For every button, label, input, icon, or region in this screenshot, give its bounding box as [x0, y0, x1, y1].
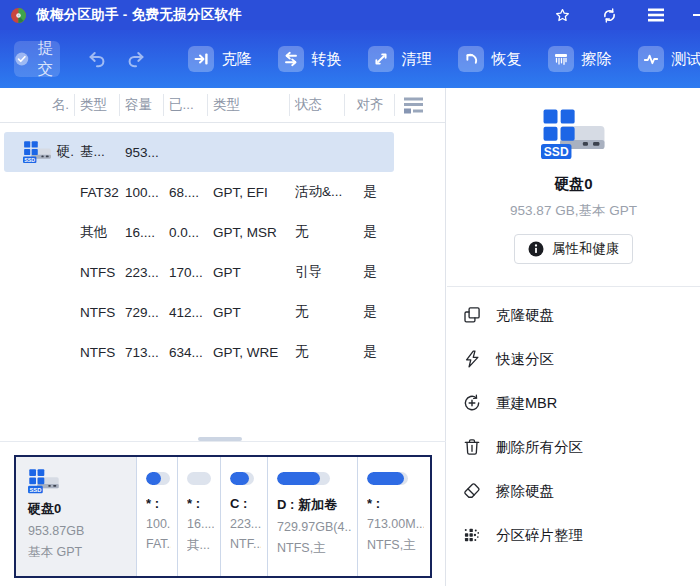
table-body: SSD 硬. 基... 953... FAT32 100... 68.... G… [0, 123, 445, 372]
window-title: 傲梅分区助手 - 免费无损分区软件 [36, 6, 242, 24]
table-row-partition[interactable]: NTFS 223... 170... GPT 引导 是 [4, 252, 394, 292]
table-row-partition[interactable]: 其他 16.... 0.0... GPT, MSR 无 是 [4, 212, 394, 252]
menu-item-rebuild-mbr[interactable]: 重建MBR [447, 381, 700, 425]
action-recover[interactable]: 恢复 [445, 46, 535, 72]
redo-icon[interactable] [125, 48, 147, 70]
info-icon [528, 241, 544, 257]
table-header: 名. 类型 容量 已... 类型 状态 对齐 [0, 88, 445, 123]
action-label: 清理 [402, 50, 432, 69]
disk-type: 基本 GPT [28, 544, 130, 561]
row-capacity: 16.... [120, 225, 164, 240]
column-layout-icon[interactable] [395, 88, 445, 122]
test-icon [638, 46, 664, 72]
table-row-partition[interactable]: NTFS 713... 634... GPT, WRE 无 是 [4, 332, 394, 372]
column-header-status[interactable]: 状态 [290, 88, 345, 122]
usage-bar [367, 472, 408, 485]
row-status: 无 [290, 343, 345, 361]
row-name: 硬. [57, 143, 74, 161]
partition-block-1[interactable]: * : 100... FAT... [136, 457, 177, 576]
usage-bar [230, 472, 254, 485]
action-test[interactable]: 测试 [625, 46, 700, 72]
clone-disk-icon [462, 305, 482, 325]
cleanup-icon [368, 46, 394, 72]
action-wipe[interactable]: 擦除 [535, 46, 625, 72]
submit-button[interactable]: 提交 [14, 41, 60, 77]
row-type: NTFS [75, 305, 120, 320]
delete-all-partitions-icon [462, 437, 482, 457]
row-status: 无 [290, 223, 345, 241]
undo-icon[interactable] [86, 48, 108, 70]
app-logo-icon [10, 7, 27, 24]
defragment-icon [462, 525, 482, 545]
column-header-used[interactable]: 已... [164, 88, 208, 122]
favorite-star-icon[interactable] [552, 5, 572, 25]
usage-bar [146, 472, 170, 485]
menu-item-quick-partition[interactable]: 快速分区 [447, 337, 700, 381]
menu-icon[interactable] [646, 5, 666, 25]
usage-bar [187, 472, 211, 485]
menu-item-defragment[interactable]: 分区碎片整理 [447, 513, 700, 557]
partition-table-pane: 名. 类型 容量 已... 类型 状态 对齐 [0, 88, 446, 586]
row-status: 无 [290, 303, 345, 321]
partition-block-3[interactable]: C : 223.... NTF... [220, 457, 267, 576]
table-row-disk0[interactable]: SSD 硬. 基... 953... [4, 132, 394, 172]
row-aligned: 是 [345, 223, 395, 241]
disk-actions-menu: 克隆硬盘 快速分区 重建MBR [447, 287, 700, 557]
row-type: 其他 [75, 223, 120, 241]
row-used: 170... [164, 265, 208, 280]
minimize-icon[interactable] [693, 5, 700, 25]
row-used: 0.0... [164, 225, 208, 240]
action-label: 恢复 [492, 50, 522, 69]
horizontal-scrollbar-thumb[interactable] [198, 437, 242, 441]
action-clone[interactable]: 克隆 [175, 46, 265, 72]
row-type: FAT32 [75, 185, 120, 200]
partition-block-5[interactable]: * : 713.00M... NTFS,主 [357, 457, 430, 576]
row-ptype: GPT, WRE [208, 345, 290, 360]
disk-map-disk0[interactable]: SSD 硬盘0 953.87GB 基本 GPT [16, 457, 136, 576]
column-header-ptype[interactable]: 类型 [208, 88, 290, 122]
usage-bar [277, 472, 330, 485]
row-ptype: GPT, MSR [208, 225, 290, 240]
menu-item-delete-all-partitions[interactable]: 删除所有分区 [447, 425, 700, 469]
row-ptype: GPT [208, 265, 290, 280]
column-header-name[interactable]: 名. [0, 88, 75, 122]
action-convert[interactable]: 转换 [265, 46, 355, 72]
partition-block-2[interactable]: * : 16.... 其... [177, 457, 220, 576]
column-header-fstype[interactable]: 类型 [75, 88, 120, 122]
convert-icon [278, 46, 304, 72]
table-row-partition[interactable]: NTFS 729... 412... GPT 无 是 [4, 292, 394, 332]
row-capacity: 729... [120, 305, 164, 320]
column-header-aligned[interactable]: 对齐 [345, 88, 395, 122]
row-aligned: 是 [345, 183, 395, 201]
menu-item-clone-disk[interactable]: 克隆硬盘 [447, 293, 700, 337]
app-window: 傲梅分区助手 - 免费无损分区软件 [0, 0, 700, 586]
row-used: 412... [164, 305, 208, 320]
row-type: NTFS [75, 345, 120, 360]
titlebar: 傲梅分区助手 - 免费无损分区软件 [0, 0, 700, 30]
partition-block-4[interactable]: D : 新加卷 729.97GB(4... NTFS,主 [267, 457, 357, 576]
action-cleanup[interactable]: 清理 [355, 46, 445, 72]
svg-text:SSD: SSD [29, 487, 41, 493]
row-status: 活动&... [290, 183, 345, 201]
table-row-partition[interactable]: FAT32 100... 68.... GPT, EFI 活动&... 是 [4, 172, 394, 212]
menu-item-wipe-disk[interactable]: 擦除硬盘 [447, 469, 700, 513]
row-capacity: 100... [120, 185, 164, 200]
row-type: 基... [75, 143, 120, 161]
disk-subtitle: 953.87 GB,基本 GPT [447, 202, 700, 220]
check-circle-icon [14, 48, 30, 70]
wipe-disk-icon [462, 481, 482, 501]
properties-health-button[interactable]: 属性和健康 [514, 234, 634, 264]
row-type: NTFS [75, 265, 120, 280]
action-label: 测试 [672, 50, 700, 69]
ssd-disk-icon-large: SSD [541, 105, 607, 165]
disk-detail-pane: SSD 硬盘0 953.87 GB,基本 GPT 属性和健康 克隆硬盘 [447, 88, 700, 586]
row-aligned: 是 [345, 343, 395, 361]
refresh-icon[interactable] [599, 5, 619, 25]
clone-icon [188, 46, 214, 72]
recover-icon [458, 46, 484, 72]
ssd-disk-icon: SSD [23, 140, 52, 165]
column-header-capacity[interactable]: 容量 [120, 88, 164, 122]
toolbar: 提交 克隆 [0, 30, 700, 88]
disk-size: 953.87GB [28, 524, 130, 538]
submit-label: 提交 [38, 38, 60, 80]
